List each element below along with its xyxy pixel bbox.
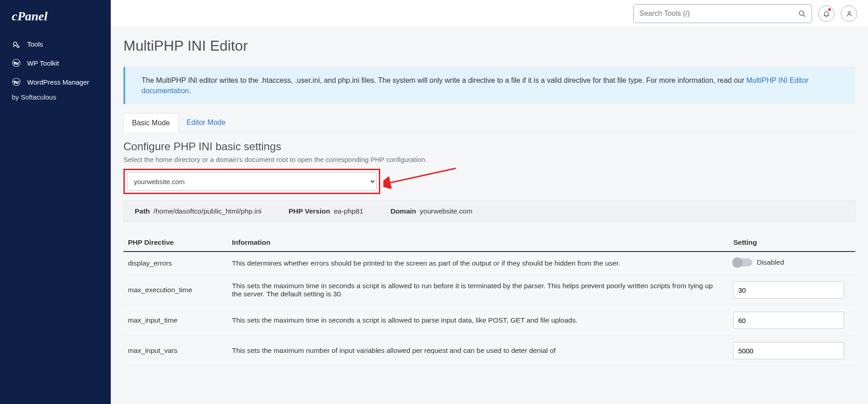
toggle-label: Disabled — [757, 258, 784, 266]
th-information: Information — [227, 233, 729, 252]
directive-info: This sets the maximum time in seconds a … — [227, 275, 729, 305]
toggle-track[interactable] — [733, 258, 752, 266]
setting-input[interactable] — [733, 281, 844, 299]
search-icon[interactable] — [798, 10, 806, 18]
sidebar: cPanel Tools WP Toolkit WordPress Manage… — [0, 0, 111, 404]
annotation-arrow — [383, 166, 460, 189]
setting-toggle[interactable]: Disabled — [733, 258, 784, 266]
path-value: /home/dasoftco/public_html/php.ini — [154, 207, 262, 215]
domain-select[interactable]: yourwebsite.com — [127, 172, 377, 190]
search-input[interactable] — [639, 10, 798, 18]
info-text: The MultiPHP INI editor writes to the .h… — [142, 76, 746, 84]
table-row: display_errors This determines whether e… — [123, 252, 855, 275]
page-title: MultiPHP INI Editor — [123, 38, 855, 54]
sidebar-item-wpmanager[interactable]: WordPress Manager — [0, 72, 111, 91]
toggle-knob — [732, 257, 742, 267]
section-subtitle: Select the home directory or a domain's … — [123, 156, 855, 163]
sidebar-item-label: WP Toolkit — [27, 59, 59, 67]
directive-name: display_errors — [123, 252, 227, 275]
domain-value: yourwebsite.com — [420, 207, 472, 215]
sidebar-item-label: WordPress Manager — [27, 78, 89, 86]
setting-input[interactable] — [733, 312, 844, 329]
svg-point-3 — [848, 11, 850, 14]
th-setting: Setting — [729, 233, 855, 252]
tab-editor-mode[interactable]: Editor Mode — [179, 113, 234, 132]
sidebar-item-wptoolkit[interactable]: WP Toolkit — [0, 53, 111, 72]
notifications-button[interactable] — [818, 5, 835, 22]
directive-name: max_execution_time — [123, 275, 227, 305]
sidebar-item-tools[interactable]: Tools — [0, 34, 111, 53]
tab-bar: Basic Mode Editor Mode — [123, 113, 855, 132]
notification-dot — [828, 8, 831, 11]
section-title: Configure PHP INI basic settings — [123, 140, 855, 153]
topbar — [111, 0, 868, 28]
bell-icon — [823, 10, 830, 17]
directive-info: This sets the maximum number of input va… — [227, 336, 729, 366]
wordpress-icon — [12, 59, 21, 67]
domain-select-highlight: yourwebsite.com — [123, 169, 380, 194]
wordpress-icon — [12, 78, 21, 86]
domain-label: Domain — [391, 207, 416, 215]
phpver-value: ea-php81 — [334, 207, 363, 215]
sidebar-item-label: Tools — [27, 40, 43, 48]
sidebar-subline: by Softaculous — [0, 91, 111, 106]
path-label: Path — [135, 207, 150, 215]
phpver-label: PHP Version — [288, 207, 330, 215]
brand-text: cPanel — [12, 9, 47, 24]
setting-input[interactable] — [733, 342, 844, 359]
svg-point-2 — [799, 11, 804, 15]
directive-info: This determines whether errors should be… — [227, 252, 729, 275]
tools-icon — [12, 40, 21, 48]
table-row: max_input_vars This sets the maximum num… — [123, 336, 855, 366]
php-directives-table: PHP Directive Information Setting displa… — [123, 233, 855, 366]
user-icon — [846, 10, 853, 17]
search-box[interactable] — [633, 4, 812, 23]
info-banner: The MultiPHP INI editor writes to the .h… — [123, 67, 855, 104]
table-row: max_execution_time This sets the maximum… — [123, 275, 855, 305]
directive-info: This sets the maximum time in seconds a … — [227, 305, 729, 336]
directive-name: max_input_time — [123, 305, 227, 336]
config-summary-bar: Path/home/dasoftco/public_html/php.ini P… — [123, 200, 855, 222]
th-directive: PHP Directive — [123, 233, 227, 252]
info-text-2: . — [189, 87, 191, 95]
user-button[interactable] — [841, 5, 857, 22]
brand-logo[interactable]: cPanel — [0, 9, 111, 34]
table-row: max_input_time This sets the maximum tim… — [123, 305, 855, 336]
directive-name: max_input_vars — [123, 336, 227, 366]
tab-basic-mode[interactable]: Basic Mode — [123, 113, 179, 132]
